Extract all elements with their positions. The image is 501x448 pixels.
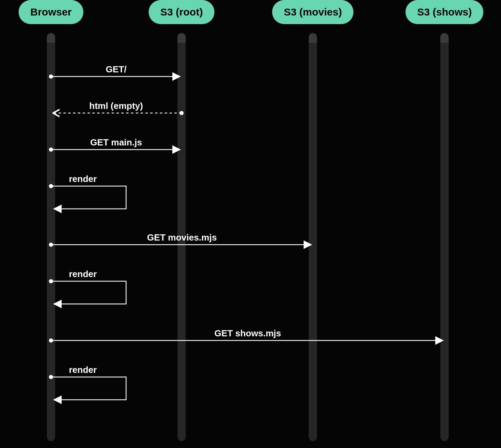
label-html-empty: html (empty) <box>89 101 143 111</box>
lifeline-s3-shows <box>440 33 449 441</box>
label-get-shows: GET shows.mjs <box>214 328 281 339</box>
participant-s3-movies: S3 (movies) <box>272 0 354 24</box>
label-render-2: render <box>69 269 97 279</box>
lifeline-s3-movies <box>309 33 317 441</box>
label-render-3: render <box>69 365 97 375</box>
arrow-render2 <box>51 281 126 304</box>
participant-s3-shows: S3 (shows) <box>406 0 483 24</box>
label-get-mainjs: GET main.js <box>90 137 142 148</box>
label-get-root: GET/ <box>106 64 127 75</box>
participant-s3-root: S3 (root) <box>149 0 214 24</box>
arrow-render3 <box>51 377 126 400</box>
label-render-1: render <box>69 174 97 184</box>
lifeline-browser <box>47 33 55 441</box>
label-get-movies: GET movies.mjs <box>147 232 217 243</box>
participant-browser: Browser <box>19 0 83 24</box>
sequence-arrows <box>0 0 501 448</box>
arrow-render1 <box>51 186 126 209</box>
